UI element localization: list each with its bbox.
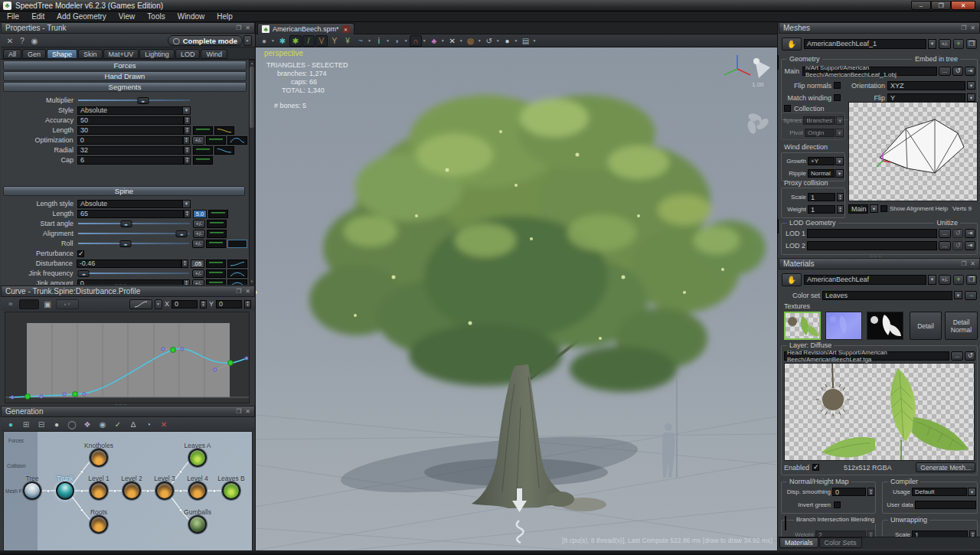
export-tool-icon[interactable] [520, 35, 532, 47]
lock-icon[interactable] [127, 419, 139, 430]
mesh-variance-button[interactable]: +/- [939, 39, 951, 49]
rock-tool-icon[interactable] [258, 35, 270, 47]
roll-curve-chip[interactable] [227, 240, 247, 248]
close-panel-icon[interactable] [245, 288, 250, 295]
curve-preset-arrow[interactable] [155, 299, 162, 309]
curve-swatch[interactable] [19, 299, 39, 309]
preview-lod-arrow[interactable] [870, 204, 878, 213]
scroll-down-arrow[interactable] [250, 279, 253, 283]
start-angle-variance-button[interactable]: +/- [193, 220, 205, 228]
viewport-3d[interactable]: perspective TRIANGLES - SELECTED branche… [256, 47, 777, 550]
cap-profile-chip[interactable] [193, 156, 213, 165]
optimization-spinner[interactable] [183, 136, 190, 145]
properties-scrollbar[interactable] [249, 60, 255, 285]
float-panel-icon[interactable] [236, 288, 241, 295]
curve-x-spinner[interactable] [200, 300, 207, 309]
jink-frequency-slider[interactable] [77, 269, 190, 278]
disturbance-variance-badge[interactable]: .05 [191, 260, 204, 268]
optimization-profile-chip[interactable] [206, 136, 226, 145]
spine-length-field[interactable]: 65 [77, 210, 184, 218]
curve-y-spinner[interactable] [244, 300, 251, 309]
tab-shape[interactable]: Shape [47, 49, 77, 59]
node-tree[interactable] [23, 482, 41, 500]
multiplier-slider[interactable] [77, 96, 191, 105]
focus-icon[interactable] [96, 419, 109, 430]
tab-all[interactable]: All [3, 49, 21, 59]
accuracy-spinner[interactable] [184, 116, 191, 125]
disturbance-profile-chip[interactable] [206, 260, 226, 268]
undo-tool-icon[interactable] [483, 35, 495, 47]
node-level-3[interactable] [155, 482, 174, 500]
leaf-tool-icon[interactable] [289, 35, 302, 47]
detail-texture-button[interactable]: Detail [910, 312, 942, 340]
visibility-icon[interactable] [28, 35, 41, 47]
normal-texture-thumb[interactable] [825, 312, 862, 340]
material-variance-button[interactable]: +/- [939, 275, 951, 285]
mode-dropdown-arrow[interactable] [243, 35, 252, 46]
delete-node-icon[interactable] [158, 419, 170, 430]
grab-mesh-button[interactable] [782, 38, 802, 51]
show-alignment-checkbox[interactable] [880, 205, 887, 212]
reload-diffuse-icon[interactable] [965, 351, 975, 361]
spines-dropdown[interactable]: Branches [803, 116, 835, 125]
disp-smoothing-field[interactable]: 0 [832, 488, 866, 496]
curve-x-field[interactable]: 0 [172, 300, 198, 309]
user-data-field[interactable] [915, 501, 976, 509]
disturbance-field[interactable]: -0.46 [77, 260, 181, 268]
radial-spinner[interactable] [184, 146, 191, 155]
proxy-weight-spinner[interactable] [837, 205, 844, 214]
maximize-button[interactable]: ❐ [931, 1, 951, 10]
loop-icon[interactable] [66, 419, 78, 430]
align-horizontal-icon[interactable] [20, 419, 32, 430]
scroll-up-arrow[interactable] [250, 61, 253, 65]
curve-editor-area[interactable] [5, 312, 250, 403]
color-set-arrow[interactable] [954, 291, 962, 299]
group-icon[interactable] [81, 419, 93, 430]
ripple-dropdown[interactable]: Normal [808, 169, 835, 178]
menu-tools[interactable]: Tools [147, 12, 165, 21]
export-lod1-icon[interactable] [965, 229, 975, 238]
tab-color-sets[interactable]: Color Sets [819, 537, 862, 548]
grass-tool-icon[interactable] [302, 35, 315, 47]
alignment-slider[interactable] [77, 229, 191, 238]
spine-tool-icon[interactable] [354, 35, 367, 47]
umbrella-tool-icon[interactable] [328, 35, 341, 47]
optimization-variance-button[interactable]: +/- [192, 136, 204, 145]
apply-color-set-icon[interactable] [965, 291, 977, 300]
spine-length-spinner[interactable] [184, 210, 191, 218]
tree-tool-icon[interactable] [428, 35, 440, 47]
section-hand-drawn[interactable]: Hand Drawn [3, 71, 247, 81]
duplicate-mesh-button[interactable] [966, 39, 977, 49]
proxy-scale-field[interactable]: 1 [808, 193, 835, 201]
generation-graph[interactable]: Forces Collision Mesh Forces [3, 431, 253, 555]
node-level-4[interactable] [188, 482, 207, 500]
meshes-panel-header[interactable]: Meshes [779, 22, 980, 34]
menu-view[interactable]: View [119, 12, 136, 21]
close-panel-icon[interactable] [245, 24, 250, 31]
radial-curve-chip[interactable] [214, 146, 234, 155]
color-set-dropdown[interactable]: Leaves [822, 291, 952, 300]
tab-lighting[interactable]: Lighting [139, 49, 175, 59]
mode-button[interactable]: Complete mode [168, 35, 243, 46]
node-edit-tool-icon[interactable] [276, 35, 289, 47]
jink-frequency-profile-chip[interactable] [206, 269, 226, 278]
browse-lod1-button[interactable]: ... [939, 229, 951, 238]
browse-lod2-button[interactable]: ... [939, 241, 951, 250]
proxy-weight-field[interactable]: 1 [808, 205, 835, 214]
figure-tool-icon[interactable] [373, 35, 385, 47]
gizmo-tool-icon[interactable] [465, 35, 477, 47]
match-winding-checkbox[interactable] [834, 94, 841, 101]
node-level-2[interactable] [122, 482, 141, 500]
tab-lod[interactable]: LOD [175, 49, 201, 59]
roll-profile-chip[interactable] [206, 240, 226, 248]
enabled-checkbox[interactable] [812, 464, 819, 471]
tab-materials[interactable]: Materials [779, 537, 818, 548]
grab-material-button[interactable] [782, 273, 802, 286]
curve-order-spinner[interactable] [56, 299, 79, 309]
jink-frequency-curve-chip[interactable] [227, 269, 247, 278]
accuracy-field[interactable]: 50 [77, 116, 184, 125]
proxy-scale-spinner[interactable] [837, 193, 844, 201]
cap-tool-icon[interactable] [391, 35, 403, 47]
jink-frequency-variance-button[interactable]: +/- [192, 269, 204, 278]
menu-help[interactable]: Help [217, 12, 233, 21]
